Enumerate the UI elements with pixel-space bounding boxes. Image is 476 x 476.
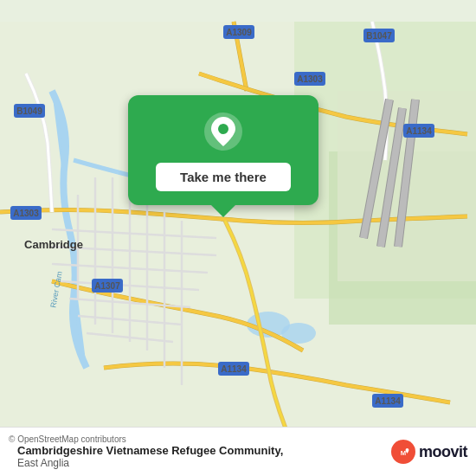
popup-bubble: Take me there [128, 95, 318, 205]
svg-text:M: M [401, 449, 406, 457]
take-me-there-button[interactable]: Take me there [156, 163, 291, 191]
location-icon-wrapper [204, 113, 242, 151]
bottom-bar: © OpenStreetMap contributors Cambridgesh… [0, 427, 476, 476]
label-a1134-b: A1134 [221, 364, 247, 374]
map-container: A1309 B1049 B1047 A1134 A1303 A1303 A113… [0, 0, 476, 476]
attribution-text: © OpenStreetMap contributors Cambridgesh… [9, 434, 283, 469]
label-a1303-r: A1134 [406, 126, 432, 136]
location-pin-icon [211, 117, 235, 146]
label-a1309: A1309 [226, 28, 252, 37]
place-name: Cambridgeshire Vietnamese Refugee Commun… [17, 444, 283, 457]
place-region: East Anglia [17, 457, 283, 469]
label-cambridge: Cambridge [24, 238, 83, 251]
label-a1134-br: A1134 [375, 396, 401, 406]
label-a1303-m: A1303 [297, 74, 323, 84]
label-a1307: A1307 [94, 281, 120, 291]
place-info: Cambridgeshire Vietnamese Refugee Commun… [17, 444, 283, 469]
label-b1047: B1047 [366, 31, 392, 41]
map-svg: A1309 B1049 B1047 A1134 A1303 A1303 A113… [0, 0, 476, 476]
svg-point-37 [218, 124, 228, 134]
moovit-icon: M [391, 440, 415, 464]
label-b1049: B1049 [16, 106, 42, 116]
label-a1134-t: A1303 [13, 209, 39, 218]
moovit-text: moovit [419, 443, 467, 461]
moovit-logo: M moovit [391, 440, 467, 464]
